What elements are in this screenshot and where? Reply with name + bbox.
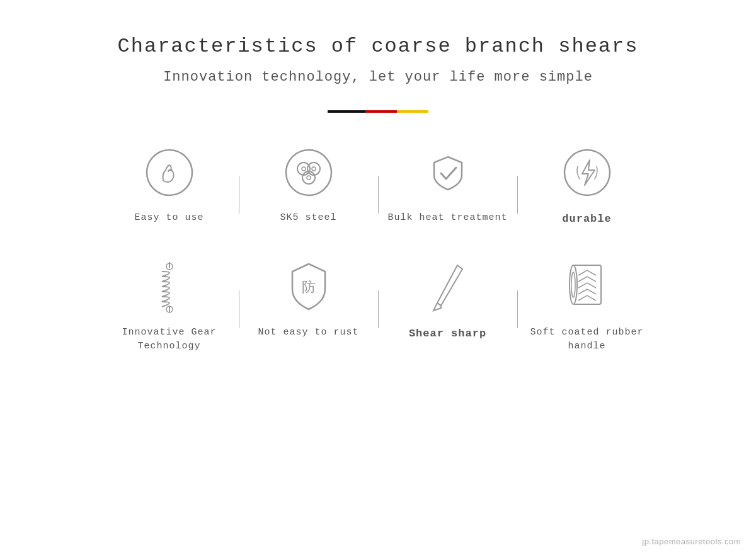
rubber-handle-icon	[559, 259, 616, 316]
page-title: Characteristics of coarse branch shears	[118, 35, 639, 58]
feature-bulk-heat: Bulk heat treatment	[379, 144, 517, 226]
svg-text:防: 防	[302, 279, 316, 295]
bulk-heat-label: Bulk heat treatment	[387, 211, 507, 226]
watermark: jp.tapemeasuretools.com	[642, 537, 741, 546]
svg-point-5	[302, 167, 306, 171]
durable-label: durable	[562, 211, 611, 227]
feature-sk5-steel: SK5 steel	[239, 144, 378, 226]
svg-point-6	[312, 167, 316, 171]
easy-to-use-label: Easy to use	[134, 211, 203, 226]
divider-black	[328, 110, 365, 113]
gear-tech-label: Innovative Gear Technology	[122, 326, 216, 354]
no-rust-icon: 防	[280, 259, 337, 316]
main-container: Characteristics of coarse branch shears …	[0, 0, 756, 555]
divider-red	[365, 110, 397, 113]
gear-tech-icon	[141, 259, 198, 316]
rubber-handle-label: Soft coated rubber handle	[518, 326, 656, 354]
page-subtitle: Innovation technology, let your life mor…	[163, 69, 593, 85]
easy-to-use-icon	[141, 144, 198, 201]
shear-sharp-label: Shear sharp	[409, 326, 486, 342]
sk5-steel-icon	[280, 144, 337, 201]
bulk-heat-icon	[420, 144, 476, 201]
feature-rubber-handle: Soft coated rubber handle	[518, 259, 656, 354]
feature-shear-sharp: Shear sharp	[379, 259, 517, 342]
svg-point-0	[147, 150, 192, 195]
feature-gear-tech: Innovative Gear Technology	[100, 259, 239, 354]
svg-point-7	[307, 176, 311, 180]
shear-sharp-icon	[420, 259, 476, 316]
features-row-1: Easy to use SK5 steel	[0, 144, 756, 227]
feature-durable: durable	[518, 144, 656, 227]
no-rust-label: Not easy to rust	[258, 326, 358, 340]
feature-no-rust: 防 Not easy to rust	[239, 259, 378, 340]
feature-easy-to-use: Easy to use	[100, 144, 239, 226]
divider-yellow	[397, 110, 428, 113]
svg-point-8	[564, 150, 610, 195]
sk5-steel-label: SK5 steel	[280, 211, 336, 226]
svg-point-15	[570, 265, 577, 304]
features-row-2: Innovative Gear Technology 防 Not easy to…	[0, 259, 756, 354]
flag-divider	[328, 110, 428, 113]
durable-icon	[559, 144, 616, 201]
